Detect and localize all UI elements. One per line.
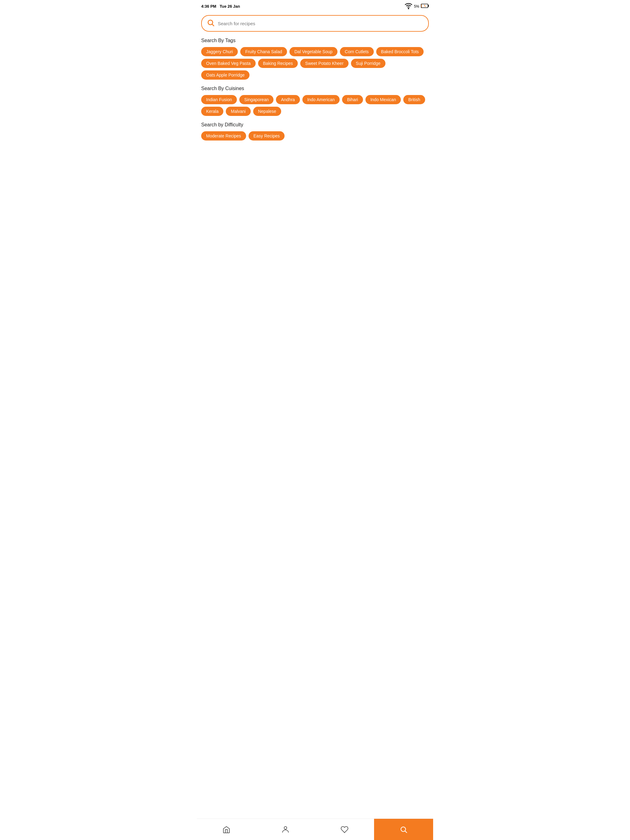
tag-andhra[interactable]: Andhra (276, 95, 300, 104)
tag-dal-vegetable-soup[interactable]: Dal Vegetable Soup (290, 47, 337, 56)
search-bar[interactable] (201, 15, 429, 32)
svg-point-6 (284, 826, 287, 829)
tag-jaggery-churi[interactable]: Jaggery Churi (201, 47, 238, 56)
search-nav-icon (400, 826, 408, 834)
tag-malvani[interactable]: Malvani (226, 107, 250, 116)
tag-indo-american[interactable]: Indo American (302, 95, 340, 104)
status-time-date: 4:36 PM Tue 26 Jan (201, 4, 240, 9)
tag-corn-cutlets[interactable]: Corn Cutlets (340, 47, 374, 56)
tag-sweet-potato-kheer[interactable]: Sweet Potato Kheer (300, 59, 348, 68)
tag-singaporean[interactable]: Singaporean (239, 95, 274, 104)
search-container (197, 13, 433, 35)
tag-british[interactable]: British (403, 95, 425, 104)
section-title-difficulty: Search by Difficulty (201, 122, 429, 128)
nav-search[interactable] (374, 819, 433, 840)
tag-fruity-chana-salad[interactable]: Fruity Chana Salad (240, 47, 287, 56)
tag-baked-broccoli-tots[interactable]: Baked Broccoli Tots (376, 47, 424, 56)
bottom-nav (197, 818, 433, 840)
status-indicators: 5% (405, 2, 429, 11)
tag-baking-recipes[interactable]: Baking Recipes (258, 59, 298, 68)
tags-container-tags: Jaggery ChuriFruity Chana SaladDal Veget… (201, 47, 429, 80)
tag-bihari[interactable]: Bihari (342, 95, 363, 104)
tag-suji-porridge[interactable]: Suji Porridge (351, 59, 385, 68)
status-bar: 4:36 PM Tue 26 Jan 5% (197, 0, 433, 13)
svg-point-0 (408, 8, 409, 9)
tag-nepalese[interactable]: Nepalese (253, 107, 281, 116)
section-tags: Search By TagsJaggery ChuriFruity Chana … (201, 38, 429, 80)
tag-indo-mexican[interactable]: Indo Mexican (366, 95, 401, 104)
battery-indicator: 5% (414, 4, 419, 9)
svg-rect-2 (428, 5, 429, 7)
heart-icon (340, 826, 348, 834)
tag-moderate-recipes[interactable]: Moderate Recipes (201, 131, 246, 141)
section-title-cuisines: Search By Cuisines (201, 86, 429, 91)
nav-profile[interactable] (256, 819, 315, 840)
wifi-icon (405, 2, 413, 11)
tags-container-difficulty: Moderate RecipesEasy Recipes (201, 131, 429, 141)
search-input[interactable] (218, 21, 423, 26)
profile-icon (282, 826, 290, 834)
svg-point-7 (401, 827, 405, 831)
tag-easy-recipes[interactable]: Easy Recipes (249, 131, 285, 141)
nav-home[interactable] (197, 819, 256, 840)
svg-line-8 (405, 831, 407, 833)
battery-icon (421, 2, 429, 11)
tag-oats-apple-porridge[interactable]: Oats Apple Porridge (201, 70, 250, 80)
main-content: Search By TagsJaggery ChuriFruity Chana … (197, 35, 433, 818)
svg-rect-3 (421, 4, 422, 7)
tag-kerala[interactable]: Kerala (201, 107, 223, 116)
section-title-tags: Search By Tags (201, 38, 429, 43)
tags-container-cuisines: Indian FusionSingaporeanAndhraIndo Ameri… (201, 95, 429, 116)
home-icon (222, 826, 230, 834)
tag-indian-fusion[interactable]: Indian Fusion (201, 95, 237, 104)
svg-point-4 (208, 20, 212, 25)
tag-oven-baked-veg-pasta[interactable]: Oven Baked Veg Pasta (201, 59, 256, 68)
section-difficulty: Search by DifficultyModerate RecipesEasy… (201, 122, 429, 141)
section-cuisines: Search By CuisinesIndian FusionSingapore… (201, 86, 429, 116)
nav-favorites[interactable] (315, 819, 374, 840)
search-icon (207, 19, 215, 28)
svg-line-5 (212, 24, 214, 26)
